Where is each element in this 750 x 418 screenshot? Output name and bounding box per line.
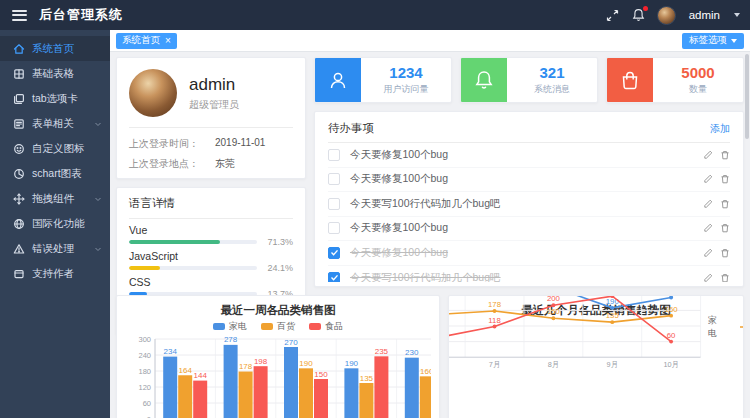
todo-add-button[interactable]: 添加 [710, 122, 730, 136]
sidebar-item-表单相关[interactable]: 表单相关 [0, 111, 110, 136]
sidebar-item-国际化功能[interactable]: 国际化功能 [0, 211, 110, 236]
todo-item: 今天要写100行代码加几个bug吧 [328, 192, 730, 217]
trash-icon[interactable] [720, 150, 730, 160]
app-title: 后台管理系统 [39, 6, 123, 24]
chevron-down-icon [94, 195, 102, 203]
svg-text:300: 300 [138, 335, 151, 344]
legend-item-家电[interactable]: 家电 [213, 320, 247, 333]
chart-icon [13, 168, 25, 180]
globe-icon [13, 218, 25, 230]
fullscreen-icon[interactable] [605, 8, 620, 23]
edit-icon[interactable] [703, 174, 713, 184]
dashboard-content: admin 超级管理员 上次登录时间： 2019-11-01 上次登录地点： [110, 52, 750, 418]
todo-checkbox[interactable] [328, 247, 340, 259]
stat-label: 系统消息 [534, 83, 570, 96]
todo-list: 今天要修复100个bug今天要修复100个bug今天要写100行代码加几个bug… [328, 143, 730, 282]
sidebar-item-拖拽组件[interactable]: 拖拽组件 [0, 186, 110, 211]
tab-home[interactable]: 系统首页 × [116, 33, 177, 49]
legend-item-百货[interactable]: 百货 [740, 314, 745, 340]
stat-label: 数量 [689, 83, 707, 96]
tag-options-button[interactable]: 标签选项 [682, 33, 744, 49]
avatar [129, 69, 177, 117]
avatar[interactable] [657, 6, 676, 25]
stat-value: 1234 [389, 64, 422, 81]
sidebar-item-支持作者[interactable]: 支持作者 [0, 261, 110, 286]
svg-text:118: 118 [488, 315, 500, 324]
chart-legend: 家电百货食品 [125, 319, 431, 334]
trash-icon[interactable] [720, 248, 730, 258]
todo-checkbox[interactable] [328, 222, 340, 234]
edit-icon[interactable] [703, 248, 713, 258]
todo-text: 今天要修复100个bug [350, 172, 448, 186]
sidebar-item-label: 拖拽组件 [32, 192, 74, 206]
sidebar-item-label: 表单相关 [32, 117, 74, 131]
profile-role: 超级管理员 [189, 98, 239, 112]
todo-item: 今天要修复100个bug [328, 143, 730, 168]
sidebar-item-tab选项卡[interactable]: tab选项卡 [0, 86, 110, 111]
drag-icon [13, 193, 25, 205]
last-login-place-label: 上次登录地点： [129, 157, 215, 171]
stat-value: 321 [539, 64, 564, 81]
last-login-time-value: 2019-11-01 [215, 137, 265, 151]
trash-icon[interactable] [720, 199, 730, 209]
todo-checkbox[interactable] [328, 272, 340, 282]
user-icon [315, 58, 361, 102]
svg-text:150: 150 [546, 307, 560, 316]
svg-text:135: 135 [360, 374, 374, 383]
divider [129, 127, 293, 128]
language-row: JavaScript24.1% [129, 250, 293, 273]
svg-text:178: 178 [239, 362, 253, 371]
todo-checkbox[interactable] [328, 198, 340, 210]
edit-icon[interactable] [703, 223, 713, 233]
trash-icon[interactable] [720, 273, 730, 282]
edit-icon[interactable] [703, 199, 713, 209]
svg-text:190: 190 [345, 359, 359, 368]
svg-text:120: 120 [138, 383, 151, 392]
todo-text: 今天要修复100个bug [350, 221, 448, 235]
scrollbar[interactable] [745, 54, 749, 139]
username-label[interactable]: admin [689, 9, 720, 21]
sidebar-item-错误处理[interactable]: 错误处理 [0, 236, 110, 261]
chevron-down-icon [731, 39, 737, 43]
main-area: 系统首页 × 标签选项 ad [110, 30, 750, 418]
trash-icon[interactable] [720, 223, 730, 233]
svg-text:144: 144 [194, 371, 208, 380]
svg-text:160: 160 [420, 367, 431, 376]
tab-bar: 系统首页 × 标签选项 [110, 30, 750, 52]
menu-icon[interactable] [12, 7, 27, 23]
trash-icon[interactable] [720, 174, 730, 184]
sidebar-item-schart图表[interactable]: schart图表 [0, 161, 110, 186]
todo-text: 今天要修复100个bug [350, 148, 448, 162]
legend-item-食品[interactable]: 食品 [309, 320, 343, 333]
close-icon[interactable]: × [165, 36, 171, 46]
language-name: CSS [129, 276, 293, 289]
svg-text:278: 278 [224, 335, 238, 344]
svg-text:234: 234 [164, 347, 178, 356]
stat-value: 5000 [681, 64, 714, 81]
edit-icon[interactable] [703, 273, 713, 282]
donate-icon [13, 268, 25, 280]
svg-text:60: 60 [143, 399, 151, 408]
todo-checkbox[interactable] [328, 173, 340, 185]
custom-icon [13, 143, 25, 155]
sidebar-item-自定义图标[interactable]: 自定义图标 [0, 136, 110, 161]
bell-icon[interactable] [631, 8, 646, 23]
chart-legend: 0601201802403006月7月8月9月10月23427827019023… [457, 319, 735, 334]
stat-label: 用户访问量 [384, 83, 429, 96]
sidebar-item-基础表格[interactable]: 基础表格 [0, 61, 110, 86]
todo-checkbox[interactable] [328, 149, 340, 161]
last-login-place-value: 东莞 [215, 157, 235, 171]
sidebar-item-系统首页[interactable]: 系统首页 [0, 36, 110, 61]
chevron-down-icon[interactable] [734, 13, 740, 17]
svg-text:190: 190 [605, 296, 619, 305]
legend-item-百货[interactable]: 百货 [261, 320, 295, 333]
edit-icon[interactable] [703, 150, 713, 160]
bell-icon [461, 58, 507, 102]
language-row: Vue71.3% [129, 224, 293, 247]
svg-text:135: 135 [605, 311, 618, 320]
sidebar-item-label: schart图表 [32, 167, 82, 181]
sidebar-item-label: 支持作者 [32, 267, 74, 281]
svg-text:230: 230 [405, 348, 419, 357]
sidebar-item-label: 系统首页 [32, 42, 74, 56]
svg-text:164: 164 [179, 366, 193, 375]
